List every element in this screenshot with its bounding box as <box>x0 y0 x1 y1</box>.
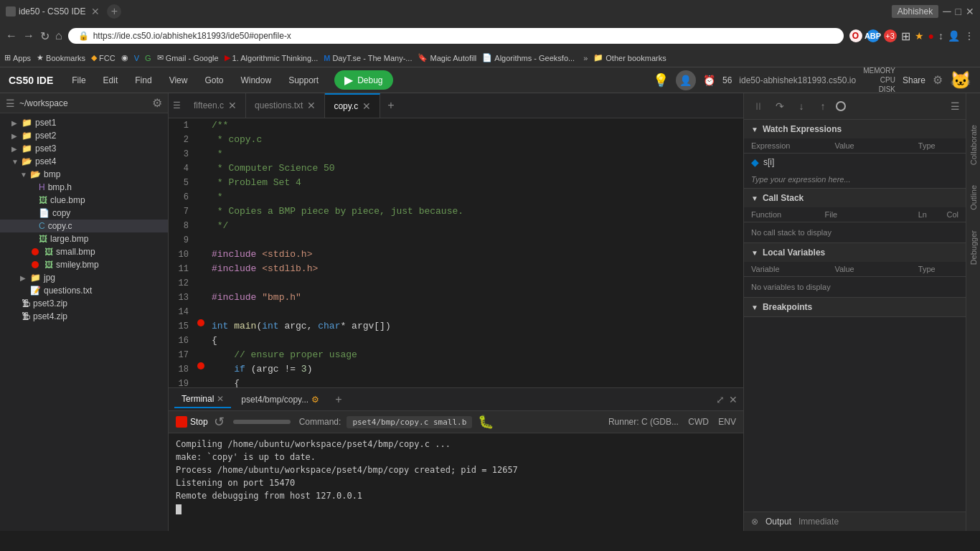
more-bookmarks-icon[interactable]: » <box>583 54 588 62</box>
refresh-icon[interactable]: ↻ <box>40 29 50 43</box>
step-out-button[interactable]: ↑ <box>814 98 831 115</box>
sidebar-item-pset2[interactable]: ▶ 📁 pset2 <box>0 129 168 142</box>
sidebar-item-questions-txt[interactable]: 📝 questions.txt <box>0 284 168 297</box>
bm-yt[interactable]: ▶1. Algorithmic Thinking... <box>225 53 319 62</box>
address-bar[interactable]: 🔒 https://ide.cs50.io/abhishek181993/ide… <box>68 28 844 44</box>
step-into-button[interactable]: ↓ <box>793 98 810 115</box>
menu-dots-icon[interactable]: ⋮ <box>964 30 974 42</box>
debug-button[interactable]: ▶ Debug <box>334 70 392 90</box>
output-label[interactable]: Output <box>765 517 791 527</box>
sidebar-item-bmp[interactable]: ▼ 📂 bmp <box>0 168 168 181</box>
settings-icon[interactable]: ⚙ <box>933 73 943 87</box>
terminal-close-panel-icon[interactable]: ✕ <box>729 394 738 405</box>
watch-expressions-table-header: Expression Value Type <box>744 138 966 154</box>
add-tab-icon[interactable]: + <box>380 99 401 112</box>
pop-out-icon[interactable]: ⤢ <box>716 394 725 405</box>
local-variables-header[interactable]: ▼ Local Variables <box>744 243 966 262</box>
menu-edit[interactable]: Edit <box>96 72 126 88</box>
sidebar-item-copy-c[interactable]: C copy.c <box>0 220 168 232</box>
tab-fifteen-c[interactable]: fifteen.c ✕ <box>185 93 246 118</box>
pause-button[interactable]: ⏸ <box>750 98 767 115</box>
bm-gmail[interactable]: ✉Gmail - Google <box>157 53 219 62</box>
share-button[interactable]: Share <box>903 75 925 85</box>
breakpoints-header[interactable]: ▼ Breakpoints <box>744 298 966 316</box>
sync-icon[interactable]: ↕ <box>938 30 943 42</box>
debugger-tab[interactable]: Debugger <box>968 227 979 268</box>
abp-icon[interactable]: ABP <box>867 29 880 42</box>
sidebar-item-pset3-zip[interactable]: 🗜 pset3.zip <box>0 297 168 310</box>
collaborate-tab[interactable]: Collaborate <box>968 122 979 168</box>
close-tab-icon[interactable]: ✕ <box>91 6 100 17</box>
bm-other[interactable]: 📁Other bookmarks <box>593 53 666 62</box>
expression-input-placeholder[interactable]: Type your expression here... <box>744 171 966 188</box>
apps-icon[interactable]: ⊞ <box>901 29 910 43</box>
forward-icon[interactable]: → <box>23 29 34 42</box>
sidebar-item-clue-bmp[interactable]: 🖼 clue.bmp <box>0 194 168 207</box>
terminal-add-icon[interactable]: + <box>329 393 347 406</box>
bm-m[interactable]: MDayT.se - The Many-... <box>324 54 412 62</box>
call-stack-header[interactable]: ▼ Call Stack <box>744 189 966 207</box>
close-icon[interactable]: ✕ <box>966 6 974 17</box>
sidebar-item-pset3[interactable]: ▶ 📁 pset3 <box>0 142 168 155</box>
bm-apps[interactable]: ⊞Apps <box>4 53 31 62</box>
bm-g[interactable]: G <box>145 54 151 62</box>
minimize-icon[interactable]: ─ <box>943 5 951 18</box>
sidebar-menu-icon[interactable]: ☰ <box>6 98 15 109</box>
workspace-label: ide50-abhishek181993.cs50.io <box>739 75 856 85</box>
menu-view[interactable]: View <box>162 72 195 88</box>
bm-pokemon[interactable]: ◉ <box>121 53 128 62</box>
bm-magic[interactable]: 🔖Magic Autofill <box>418 53 476 62</box>
sidebar-item-smiley-bmp[interactable]: 🖼 smiley.bmp <box>0 258 168 271</box>
menu-file[interactable]: File <box>65 72 93 88</box>
person-icon[interactable]: 👤 <box>948 30 960 42</box>
opera-icon[interactable]: O <box>849 29 862 42</box>
sidebar-item-copy[interactable]: 📄 copy <box>0 207 168 220</box>
bm-fcc[interactable]: ◆FCC <box>91 53 116 62</box>
sidebar-item-bmp-h[interactable]: H bmp.h <box>0 181 168 194</box>
sidebar-item-pset4[interactable]: ▼ 📂 pset4 <box>0 155 168 168</box>
star-icon[interactable]: ★ <box>915 30 924 42</box>
maximize-icon[interactable]: □ <box>956 6 961 17</box>
back-icon[interactable]: ← <box>6 29 17 42</box>
sidebar-item-large-bmp[interactable]: 🖼 large.bmp <box>0 232 168 245</box>
immediate-label[interactable]: Immediate <box>798 517 839 527</box>
menu-find[interactable]: Find <box>128 72 159 88</box>
menu-goto[interactable]: Goto <box>197 72 230 88</box>
watch-expressions-header[interactable]: ▼ Watch Expressions <box>744 120 966 138</box>
code-line-17: 17 // ensure proper usage <box>169 348 743 362</box>
stop-button[interactable]: Stop <box>176 416 208 428</box>
menu-window[interactable]: Window <box>233 72 278 88</box>
new-tab-icon[interactable]: + <box>107 4 121 19</box>
tab-copy-c[interactable]: copy.c ✕ <box>325 93 380 118</box>
tab-close-icon[interactable]: ✕ <box>307 100 316 111</box>
ext-icon-2[interactable]: ● <box>928 30 934 42</box>
sidebar-item-pset1[interactable]: ▶ 📁 pset1 <box>0 116 168 129</box>
bm-va[interactable]: V <box>134 54 139 62</box>
user-avatar[interactable]: 👤 <box>676 70 696 90</box>
step-over-button[interactable]: ↷ <box>771 98 788 115</box>
tab-close-icon[interactable]: ✕ <box>228 100 237 111</box>
tab-questions-txt[interactable]: questions.txt ✕ <box>246 93 325 118</box>
tab-nav-icon[interactable]: ☰ <box>169 100 185 110</box>
clock-icon: ⏰ <box>703 75 715 86</box>
bm-bookmarks[interactable]: ★Bookmarks <box>37 53 85 62</box>
browser-tab[interactable]: ide50 - CS50 IDE <box>19 6 85 17</box>
bm-algo[interactable]: 📄Algorithms - Geeksfo... <box>482 53 575 62</box>
restart-icon[interactable]: ↺ <box>214 414 225 430</box>
menu-support[interactable]: Support <box>281 72 326 88</box>
terminal-tab-pset4[interactable]: pset4/bmp/copy... ⚙ <box>234 392 326 408</box>
sidebar-item-jpg[interactable]: ▶ 📁 jpg <box>0 271 168 284</box>
outline-tab[interactable]: Outline <box>968 182 979 213</box>
ext-icon-1[interactable]: +3 <box>884 29 897 42</box>
terminal-close-icon[interactable]: ✕ <box>217 394 224 404</box>
code-editor[interactable]: 1 /** 2 * copy.c 3 * 4 * Comp <box>169 118 743 387</box>
sidebar-item-small-bmp[interactable]: 🖼 small.bmp <box>0 245 168 258</box>
debug-panel-menu-icon[interactable]: ☰ <box>951 100 960 112</box>
loading-icon: ⚙ <box>311 395 319 405</box>
terminal-tab-main[interactable]: Terminal ✕ <box>174 391 231 408</box>
settings-icon-sidebar[interactable]: ⚙ <box>152 96 162 110</box>
sidebar-item-pset4-zip[interactable]: 🗜 pset4.zip <box>0 310 168 323</box>
home-icon[interactable]: ⌂ <box>55 29 62 42</box>
lightbulb-icon[interactable]: 💡 <box>653 72 669 88</box>
tab-close-icon[interactable]: ✕ <box>362 100 371 112</box>
